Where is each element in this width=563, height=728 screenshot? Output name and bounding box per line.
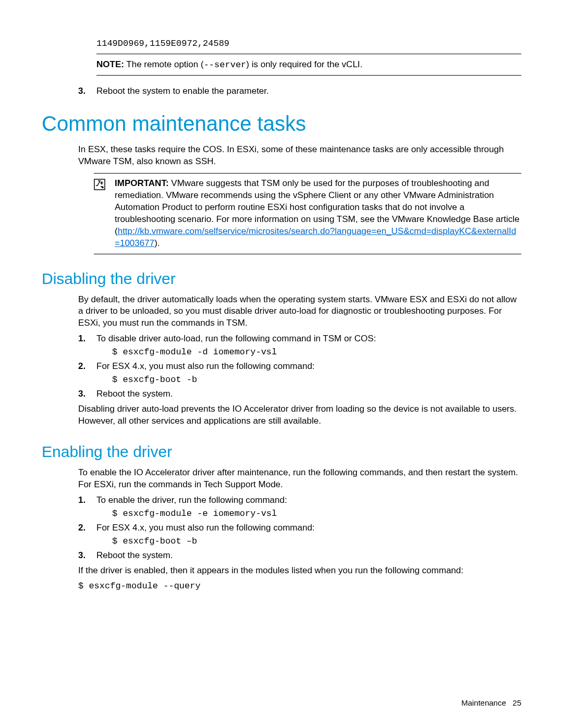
step-item: 3. Reboot the system. xyxy=(78,389,521,399)
step-item: 3. Reboot the system to enable the param… xyxy=(78,86,521,96)
step-text: For ESX 4.x, you must also run the follo… xyxy=(96,361,521,372)
command: $ esxcfg-boot -b xyxy=(112,375,521,385)
page-footer: Maintenance 25 xyxy=(461,698,521,707)
step-text: Reboot the system. xyxy=(96,389,521,399)
step-item: 2. For ESX 4.x, you must also run the fo… xyxy=(78,361,521,372)
important-text: IMPORTANT: VMware suggests that TSM only… xyxy=(115,178,521,250)
footer-page: 25 xyxy=(512,698,521,707)
step-number: 2. xyxy=(78,361,96,372)
kb-link[interactable]: http://kb.vmware.com/selfservice/microsi… xyxy=(115,226,516,248)
heading-enable: Enabling the driver xyxy=(42,443,521,461)
note-block: NOTE: The remote option (--server) is on… xyxy=(96,54,521,76)
footer-section: Maintenance xyxy=(461,698,506,707)
code-sample: 1149D0969,1159E0972,24589 xyxy=(96,39,521,48)
important-after-link: ). xyxy=(154,238,160,248)
step-item: 1. To disable driver auto-load, run the … xyxy=(78,334,521,344)
step-text: Reboot the system. xyxy=(96,550,521,561)
step-text: To disable driver auto-load, run the fol… xyxy=(96,334,521,344)
command: $ esxcfg-module --query xyxy=(78,581,521,591)
command: $ esxcfg-boot –b xyxy=(112,536,521,546)
command: $ esxcfg-module -d iomemory-vsl xyxy=(112,347,521,357)
step-item: 1. To enable the driver, run the followi… xyxy=(78,495,521,505)
step-text: Reboot the system to enable the paramete… xyxy=(96,86,521,96)
note-text-2: ) is only required for the vCLI. xyxy=(246,59,362,69)
step-number: 1. xyxy=(78,334,96,344)
note-label: NOTE: xyxy=(96,59,124,69)
step-number: 3. xyxy=(78,550,96,561)
important-body: VMware suggests that TSM only be used fo… xyxy=(115,178,519,224)
step-number: 2. xyxy=(78,523,96,533)
enable-after: If the driver is enabled, then it appear… xyxy=(78,565,521,577)
step-item: 3. Reboot the system. xyxy=(78,550,521,561)
step-number: 1. xyxy=(78,495,96,505)
heading-disable: Disabling the driver xyxy=(42,270,521,288)
document-page: 1149D0969,1159E0972,24589 NOTE: The remo… xyxy=(0,0,563,728)
step-text: To enable the driver, run the following … xyxy=(96,495,521,505)
note-code: --server xyxy=(204,60,247,70)
enable-intro: To enable the IO Accelerator driver afte… xyxy=(78,467,521,491)
step-number: 3. xyxy=(78,86,96,96)
step-number: 3. xyxy=(78,389,96,399)
step-item: 2. For ESX 4.x, you must also run the fo… xyxy=(78,523,521,533)
note-text-1: The remote option ( xyxy=(126,59,203,69)
disable-intro: By default, the driver automatically loa… xyxy=(78,294,521,330)
command: $ esxcfg-module -e iomemory-vsl xyxy=(112,509,521,519)
important-label: IMPORTANT: xyxy=(115,178,169,188)
important-icon xyxy=(94,178,115,250)
disable-after: Disabling driver auto-load prevents the … xyxy=(78,403,521,427)
heading-1: Common maintenance tasks xyxy=(42,112,521,135)
intro-paragraph: In ESX, these tasks require the COS. In … xyxy=(78,144,521,168)
step-text: For ESX 4.x, you must also run the follo… xyxy=(96,523,521,533)
important-block: IMPORTANT: VMware suggests that TSM only… xyxy=(94,173,521,254)
